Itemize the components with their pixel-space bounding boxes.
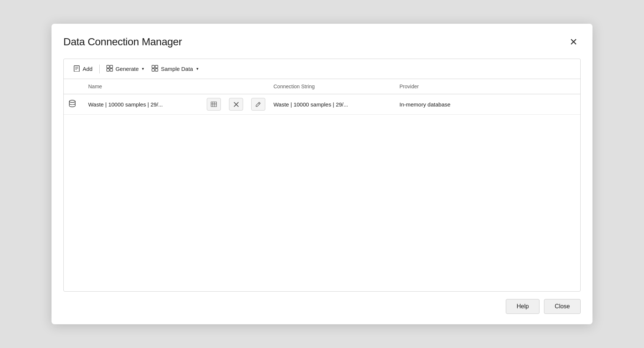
close-button[interactable]: Close (544, 299, 581, 314)
add-icon (73, 65, 80, 73)
sample-data-icon (152, 65, 158, 73)
generate-label: Generate (116, 66, 139, 72)
row-delete-button-cell (224, 94, 246, 115)
row-provider: In-memory database (394, 94, 580, 115)
row-edit-button-cell (246, 94, 268, 115)
svg-rect-13 (211, 102, 217, 107)
toolbar: Add Generate ▾ (64, 59, 580, 79)
col-header-btn1 (202, 79, 224, 94)
sample-data-chevron-icon: ▾ (196, 66, 199, 71)
dialog-header: Data Connection Manager ✕ (63, 36, 581, 48)
connections-table: Name Connection String Provider (64, 79, 580, 115)
svg-rect-6 (107, 69, 109, 71)
row-name: Waste | 10000 samples | 29/... (83, 94, 202, 115)
add-label: Add (83, 66, 93, 72)
row-view-button-cell (202, 94, 224, 115)
svg-line-20 (259, 103, 260, 104)
database-icon (69, 102, 76, 109)
col-header-btn3 (246, 79, 268, 94)
svg-rect-0 (74, 66, 79, 72)
main-content-panel: Add Generate ▾ (63, 59, 581, 292)
dialog-footer: Help Close (63, 292, 581, 314)
data-connection-manager-dialog: Data Connection Manager ✕ Add (52, 24, 592, 324)
table-body: Waste | 10000 samples | 29/... (64, 94, 580, 115)
view-table-button[interactable] (207, 98, 221, 111)
sample-data-button[interactable]: Sample Data ▾ (148, 63, 202, 75)
table-row: Waste | 10000 samples | 29/... (64, 94, 580, 115)
dialog-title: Data Connection Manager (63, 36, 182, 48)
col-header-name: Name (83, 79, 202, 94)
svg-rect-7 (110, 69, 113, 71)
toolbar-separator (99, 65, 100, 73)
table-header-row: Name Connection String Provider (64, 79, 580, 94)
delete-button[interactable] (229, 98, 243, 111)
data-table-container: Name Connection String Provider (64, 79, 580, 291)
svg-rect-5 (110, 65, 113, 68)
row-connection-string: Waste | 10000 samples | 29/... (268, 94, 394, 115)
col-header-provider: Provider (394, 79, 580, 94)
help-button[interactable]: Help (506, 299, 540, 314)
sample-data-label: Sample Data (161, 66, 193, 72)
svg-rect-8 (152, 65, 155, 68)
col-header-icon (64, 79, 83, 94)
svg-rect-9 (155, 65, 158, 68)
generate-chevron-icon: ▾ (142, 66, 144, 71)
generate-button[interactable]: Generate ▾ (103, 63, 148, 75)
edit-button[interactable] (251, 98, 265, 111)
col-header-connection-string: Connection String (268, 79, 394, 94)
generate-icon (106, 65, 113, 73)
row-icon-cell (64, 94, 83, 115)
svg-rect-10 (152, 69, 155, 71)
svg-point-12 (69, 100, 75, 102)
dialog-close-button[interactable]: ✕ (567, 36, 581, 48)
add-button[interactable]: Add (70, 63, 96, 75)
svg-rect-11 (155, 69, 158, 71)
svg-rect-4 (107, 65, 109, 68)
col-header-btn2 (224, 79, 246, 94)
